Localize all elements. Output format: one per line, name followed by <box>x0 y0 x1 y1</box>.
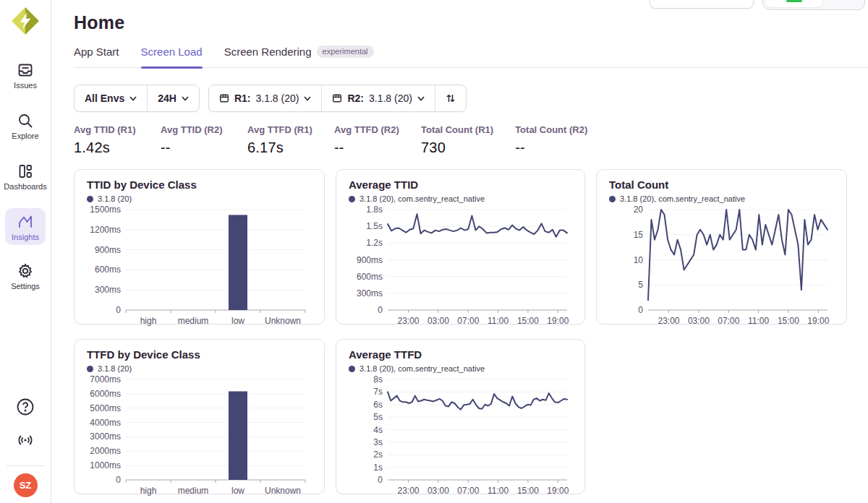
svg-text:11:00: 11:00 <box>488 316 509 326</box>
tab-screen-rendering[interactable]: Screen Rendering experimental <box>224 46 374 67</box>
svg-text:2s: 2s <box>373 450 383 460</box>
svg-text:11:00: 11:00 <box>748 316 769 326</box>
legend-label: 3.1.8 (20), com.sentry_react_native <box>620 194 745 203</box>
sidebar-item-insights[interactable]: Insights <box>5 208 46 245</box>
give-feedback-button[interactable]: Give Feedback <box>650 0 754 9</box>
svg-text:15: 15 <box>634 230 644 240</box>
svg-text:03:00: 03:00 <box>427 486 449 496</box>
svg-text:1000ms: 1000ms <box>90 460 121 470</box>
svg-text:1200ms: 1200ms <box>90 225 121 235</box>
release-1-prefix: R1: <box>234 93 251 104</box>
search-icon <box>17 112 34 129</box>
svg-text:23:00: 23:00 <box>658 316 680 326</box>
svg-text:15:00: 15:00 <box>517 486 539 496</box>
svg-text:4s: 4s <box>373 425 383 435</box>
svg-text:900ms: 900ms <box>95 245 121 255</box>
release-2-dropdown[interactable]: R2: 3.1.8 (20) <box>322 85 435 111</box>
svg-text:high: high <box>140 316 157 326</box>
svg-text:7s: 7s <box>373 387 383 397</box>
metric-total-count-r2: Total Count (R2) -- <box>515 124 587 156</box>
svg-text:300ms: 300ms <box>357 288 383 298</box>
release-1-dropdown[interactable]: R1: 3.1.8 (20) <box>209 85 322 111</box>
sidebar-item-explore[interactable]: Explore <box>5 107 46 145</box>
switcher-active-segment[interactable] <box>766 0 822 7</box>
issues-icon <box>17 61 34 79</box>
help-icon[interactable] <box>16 397 35 416</box>
svg-text:2000ms: 2000ms <box>90 446 121 456</box>
sidebar-item-label: Dashboards <box>4 182 46 191</box>
env-filter-dropdown[interactable]: All Envs <box>75 85 147 111</box>
svg-text:23:00: 23:00 <box>398 316 420 326</box>
sidebar-item-issues[interactable]: Issues <box>5 56 46 95</box>
svg-text:15:00: 15:00 <box>517 316 539 326</box>
svg-text:300ms: 300ms <box>95 285 121 295</box>
chart-legend[interactable]: 3.1.8 (20) <box>87 194 312 203</box>
tab-app-start[interactable]: App Start <box>74 46 119 67</box>
sidebar-bottom: SZ <box>0 390 51 503</box>
chevron-down-icon <box>182 96 189 101</box>
svg-text:19:00: 19:00 <box>547 486 569 496</box>
svg-text:1.2s: 1.2s <box>366 238 383 248</box>
sidebar: Issues Explore Dashboards Insights <box>0 0 51 503</box>
ttfd-by-device-class-chart[interactable]: 01000ms2000ms3000ms4000ms5000ms6000ms700… <box>87 374 312 497</box>
sidebar-divider <box>7 465 44 466</box>
chart-title: TTFD by Device Class <box>87 348 312 361</box>
average-ttid-chart[interactable]: 0300ms600ms900ms1.2s1.5s1.8s23:0003:0007… <box>349 205 574 327</box>
metric-value: -- <box>161 139 226 156</box>
svg-text:5: 5 <box>638 280 643 290</box>
ttid-by-device-class-chart[interactable]: 0300ms600ms900ms1200ms1500mshighmediumlo… <box>87 205 312 327</box>
release-icon <box>332 93 342 103</box>
metric-avg-ttfd-r2: Avg TTFD (R2) -- <box>334 124 399 156</box>
chart-card-average-ttfd: Average TTFD 3.1.8 (20), com.sentry_reac… <box>336 339 585 494</box>
svg-text:Unknown: Unknown <box>265 486 301 496</box>
charts-grid: TTID by Device Class 3.1.8 (20) 0300ms60… <box>74 169 868 494</box>
legend-label: 3.1.8 (20) <box>98 194 132 203</box>
legend-dot-icon <box>87 196 93 202</box>
metric-value: -- <box>334 139 399 156</box>
metric-value: 1.42s <box>74 139 139 156</box>
chart-legend[interactable]: 3.1.8 (20), com.sentry_react_native <box>349 194 573 203</box>
release-icon <box>219 93 229 103</box>
chart-legend[interactable]: 3.1.8 (20) <box>87 364 312 373</box>
app-logo-icon[interactable] <box>10 6 41 36</box>
svg-text:1s: 1s <box>373 463 383 473</box>
svg-text:0: 0 <box>638 305 643 315</box>
tab-screen-load[interactable]: Screen Load <box>141 46 203 67</box>
svg-text:1.8s: 1.8s <box>366 205 383 215</box>
org-switcher[interactable] <box>762 0 865 10</box>
svg-text:600ms: 600ms <box>357 272 383 282</box>
average-ttfd-chart[interactable]: 01s2s3s4s5s6s7s8s23:0003:0007:0011:0015:… <box>349 374 574 497</box>
status-green-icon <box>786 0 802 2</box>
svg-text:medium: medium <box>178 316 209 326</box>
svg-text:23:00: 23:00 <box>398 486 420 496</box>
chart-legend[interactable]: 3.1.8 (20), com.sentry_react_native <box>609 194 835 203</box>
svg-text:600ms: 600ms <box>95 265 121 275</box>
svg-text:03:00: 03:00 <box>688 316 710 326</box>
chart-card-ttid-by-device-class: TTID by Device Class 3.1.8 (20) 0300ms60… <box>74 169 325 324</box>
page-title: Home <box>74 12 868 33</box>
period-filter-dropdown[interactable]: 24H <box>148 85 199 111</box>
svg-text:3000ms: 3000ms <box>90 431 121 442</box>
metric-avg-ttid-r2: Avg TTID (R2) -- <box>161 124 226 156</box>
svg-text:4000ms: 4000ms <box>90 418 121 428</box>
swap-icon <box>446 93 456 103</box>
svg-text:0: 0 <box>378 305 383 315</box>
sidebar-item-label: Explore <box>12 132 38 140</box>
chart-legend[interactable]: 3.1.8 (20), com.sentry_react_native <box>349 364 573 373</box>
svg-text:medium: medium <box>178 486 209 496</box>
metric-label: Avg TTID (R1) <box>74 124 139 135</box>
svg-text:8s: 8s <box>373 374 383 384</box>
swap-releases-button[interactable] <box>435 85 466 111</box>
total-count-chart[interactable]: 0510152023:0003:0007:0011:0015:0019:00 <box>609 205 834 327</box>
chart-card-ttfd-by-device-class: TTFD by Device Class 3.1.8 (20) 01000ms2… <box>74 339 325 494</box>
metric-label: Total Count (R2) <box>515 124 587 135</box>
sidebar-item-dashboards[interactable]: Dashboards <box>0 158 51 196</box>
broadcast-icon[interactable] <box>16 431 35 450</box>
chart-title: Average TTFD <box>349 348 573 361</box>
metric-avg-ttfd-r1: Avg TTFD (R1) 6.17s <box>247 124 312 156</box>
metrics-row: Avg TTID (R1) 1.42s Avg TTID (R2) -- Avg… <box>74 124 868 156</box>
sidebar-item-settings[interactable]: Settings <box>5 257 46 296</box>
user-avatar[interactable]: SZ <box>14 473 38 497</box>
metric-label: Total Count (R1) <box>421 124 493 135</box>
svg-text:1.5s: 1.5s <box>366 221 383 231</box>
